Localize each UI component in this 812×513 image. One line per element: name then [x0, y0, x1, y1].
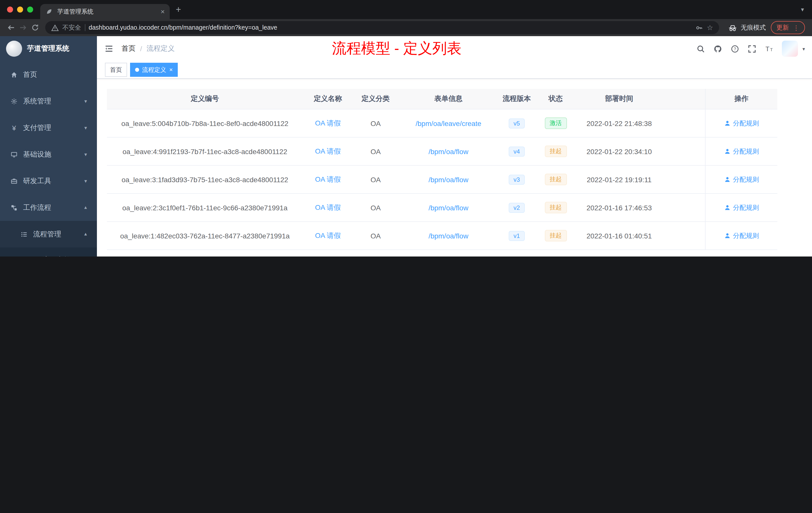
- page-content: 定义编号定义名称定义分类表单信息流程版本状态部署时间操作 oa_leave:5:…: [97, 79, 812, 256]
- form-info-link[interactable]: /bpm/oa/flow: [398, 147, 499, 155]
- form-info-link[interactable]: /bpm/oa/flow: [398, 232, 499, 240]
- maximize-window-button[interactable]: [27, 6, 33, 12]
- url-text: dashboard.yudao.iocoder.cn/bpm/manager/d…: [89, 24, 692, 31]
- chevron-down-icon: ▼: [83, 125, 88, 130]
- svg-text:?: ?: [734, 47, 736, 51]
- column-header: 操作: [705, 89, 777, 109]
- sidebar-item-3[interactable]: 基础设施▼: [0, 141, 97, 168]
- browser-tab-strip: 芋道管理系统 × + ▾: [0, 0, 812, 19]
- column-header: 部署时间: [577, 94, 662, 103]
- browser-tab[interactable]: 芋道管理系统 ×: [40, 4, 170, 19]
- gear-icon: [10, 98, 18, 105]
- status-badge: 挂起: [535, 202, 577, 213]
- yen-icon: ¥: [10, 124, 18, 131]
- assign-rule-link[interactable]: 分配规则: [705, 138, 777, 165]
- logo-avatar: [6, 41, 22, 57]
- sidebar-item-4[interactable]: 研发工具▼: [0, 168, 97, 194]
- definition-category: OA: [353, 204, 398, 212]
- column-header: 流程版本: [499, 94, 535, 103]
- sidebar-item-7[interactable]: 流程表单: [0, 247, 97, 256]
- logo-title: 芋道管理系统: [27, 44, 69, 53]
- workflow-icon: [10, 204, 18, 211]
- deploy-time: 2022-01-22 21:48:38: [577, 119, 662, 127]
- definition-name-link[interactable]: OA 请假: [303, 147, 353, 156]
- table-row: oa_leave:2:3c1f0ef1-76b1-11ec-9c66-a2380…: [107, 194, 777, 222]
- listdot-icon: [20, 231, 28, 238]
- table-row: oa_leave:4:991f2193-7b7f-11ec-a3c8-acde4…: [107, 138, 777, 165]
- deploy-time: 2022-01-16 01:40:51: [577, 232, 662, 240]
- incognito-label: 无痕模式: [741, 23, 766, 32]
- fullscreen-icon[interactable]: [748, 44, 756, 53]
- version-tag: v1: [499, 231, 535, 241]
- password-key-icon[interactable]: [696, 24, 703, 31]
- column-header: 定义编号: [107, 94, 303, 103]
- definition-name-link[interactable]: OA 请假: [303, 231, 353, 240]
- tab-search-chevron-icon[interactable]: ▾: [801, 6, 804, 13]
- sidebar-item-1[interactable]: 系统管理▼: [0, 88, 97, 115]
- close-window-button[interactable]: [7, 6, 13, 12]
- definition-name-link[interactable]: OA 请假: [303, 203, 353, 212]
- definition-id: oa_leave:4:991f2193-7b7f-11ec-a3c8-acde4…: [107, 147, 303, 155]
- chevron-up-icon: ▼: [83, 205, 88, 210]
- table-header-row: 定义编号定义名称定义分类表单信息流程版本状态部署时间操作: [107, 89, 777, 110]
- deploy-time: 2022-01-22 20:34:10: [577, 147, 662, 155]
- definition-name-link[interactable]: OA 请假: [303, 119, 353, 128]
- url-divider: [85, 24, 85, 31]
- breadcrumb-current: 流程定义: [147, 44, 175, 53]
- not-secure-warning-icon[interactable]: [51, 24, 59, 31]
- assign-rule-link[interactable]: 分配规则: [705, 194, 777, 221]
- browser-window: 芋道管理系统 × + ▾ 不安全 dashboard.yudao.iocoder…: [0, 0, 812, 256]
- tag-0[interactable]: 首页: [105, 63, 127, 77]
- sidebar-logo[interactable]: 芋道管理系统: [0, 36, 97, 61]
- github-icon[interactable]: [714, 44, 722, 53]
- form-info-link[interactable]: /bpm/oa/flow: [398, 204, 499, 212]
- avatar-caret-icon[interactable]: ▾: [803, 46, 805, 52]
- breadcrumb-home[interactable]: 首页: [121, 44, 136, 53]
- status-badge: 挂起: [535, 230, 577, 241]
- forward-icon[interactable]: [17, 22, 29, 34]
- reload-icon[interactable]: [29, 22, 41, 34]
- chevron-up-icon: ▼: [83, 232, 88, 237]
- assign-rule-link[interactable]: 分配规则: [705, 165, 777, 193]
- bookmark-star-icon[interactable]: ☆: [707, 24, 713, 32]
- sidebar-item-6[interactable]: 流程管理▼: [0, 221, 97, 247]
- sidebar-item-0[interactable]: 首页: [0, 61, 97, 88]
- tab-title: 芋道管理系统: [57, 7, 157, 16]
- browser-menu-icon[interactable]: ⋮: [793, 24, 800, 31]
- user-avatar[interactable]: [782, 41, 798, 57]
- svg-text:T: T: [770, 47, 773, 52]
- chrome-update-button[interactable]: 更新 ⋮: [771, 21, 805, 34]
- search-icon[interactable]: [696, 44, 705, 53]
- form-info-link[interactable]: /bpm/oa/leave/create: [398, 119, 499, 127]
- address-bar[interactable]: 不安全 dashboard.yudao.iocoder.cn/bpm/manag…: [45, 21, 719, 34]
- sidebar-item-label: 流程表单: [42, 255, 70, 256]
- tag-close-icon[interactable]: ×: [169, 66, 173, 73]
- sidebar: 芋道管理系统 首页系统管理▼¥支付管理▼基础设施▼研发工具▼工作流程▼流程管理▼…: [0, 36, 97, 256]
- tab-close-icon[interactable]: ×: [161, 7, 165, 16]
- assign-rule-link[interactable]: 分配规则: [705, 222, 777, 249]
- update-label: 更新: [776, 23, 789, 32]
- assign-rule-link[interactable]: 分配规则: [705, 110, 777, 137]
- definition-name-link[interactable]: OA 请假: [303, 175, 353, 184]
- sidebar-item-2[interactable]: ¥支付管理▼: [0, 115, 97, 141]
- tag-label: 流程定义: [142, 65, 166, 74]
- font-size-icon[interactable]: TT: [765, 44, 773, 53]
- form-info-link[interactable]: /bpm/oa/flow: [398, 175, 499, 183]
- sidebar-item-label: 基础设施: [23, 150, 51, 159]
- sidebar-item-label: 首页: [23, 70, 37, 79]
- hamburger-icon[interactable]: [105, 44, 114, 53]
- column-header: 状态: [535, 94, 577, 103]
- minimize-window-button[interactable]: [17, 6, 23, 12]
- sidebar-item-5[interactable]: 工作流程▼: [0, 194, 97, 221]
- deploy-time: 2022-01-16 17:46:53: [577, 204, 662, 212]
- new-tab-button[interactable]: +: [176, 4, 181, 15]
- table-row: oa_leave:3:1fad3d93-7b75-11ec-a3c8-acde4…: [107, 165, 777, 194]
- tag-1[interactable]: 流程定义×: [130, 63, 178, 77]
- help-icon[interactable]: ?: [731, 44, 739, 53]
- status-badge: 挂起: [535, 146, 577, 157]
- window-controls: [7, 6, 33, 12]
- sidebar-menu: 首页系统管理▼¥支付管理▼基础设施▼研发工具▼工作流程▼流程管理▼流程表单用户分…: [0, 61, 97, 256]
- back-icon[interactable]: [5, 22, 17, 34]
- security-label: 不安全: [62, 23, 81, 32]
- person-icon: [724, 176, 730, 183]
